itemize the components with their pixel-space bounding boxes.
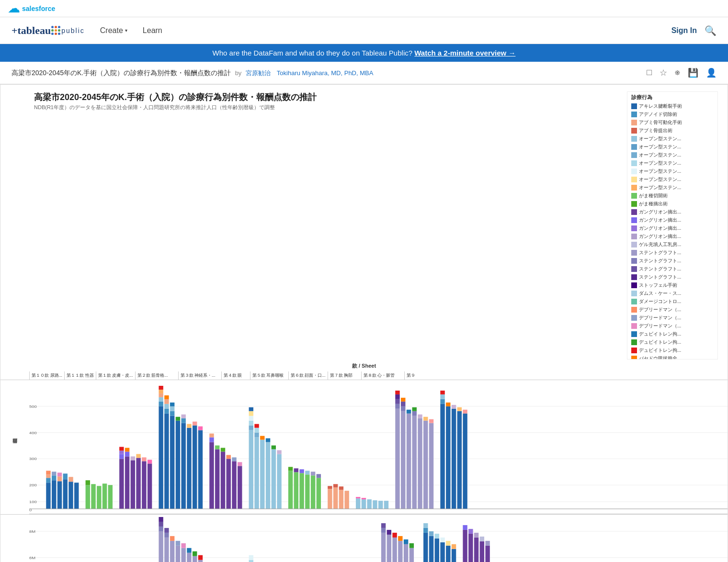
cat-label-6: 第６款 顔面・口... (288, 371, 328, 380)
svg-rect-102 (272, 446, 276, 450)
svg-rect-161 (457, 407, 462, 411)
star-icon[interactable]: ☆ (660, 67, 667, 78)
svg-rect-206 (176, 541, 180, 546)
legend-item: がま種摘出術 (631, 201, 714, 207)
svg-rect-44 (136, 454, 140, 458)
legend-color-swatch (631, 169, 637, 174)
legend-item: デブリードマン（... (631, 306, 714, 313)
signin-button[interactable]: Sign In (671, 26, 697, 35)
svg-rect-281 (463, 525, 467, 530)
legend-item: ステントグラフト... (631, 266, 714, 272)
legend-item: オープン型ステン... (631, 176, 714, 183)
legend-item: オープン型ステン... (631, 144, 714, 150)
share-icon[interactable]: ⎈ (675, 67, 680, 78)
legend-item: オープン型ステン... (631, 135, 714, 142)
legend-color-swatch (631, 152, 637, 158)
svg-rect-126 (373, 500, 377, 509)
svg-rect-270 (423, 523, 428, 528)
svg-rect-267 (440, 542, 444, 562)
legend-item-label: ガングリオン摘出... (639, 209, 681, 215)
legend-item-label: ゲル充填人工乳房... (639, 241, 681, 248)
svg-rect-91 (254, 438, 259, 509)
legend-item: デブリードマン（... (631, 323, 714, 329)
copy-icon[interactable]: □ (647, 67, 652, 78)
svg-rect-148 (418, 415, 422, 418)
cat-label-2: 第２款 筋骨格... (135, 371, 178, 380)
svg-rect-200 (187, 553, 191, 562)
legend-color-swatch (631, 209, 637, 215)
svg-rect-84 (232, 457, 236, 461)
legend-item: がま種切開術 (631, 192, 714, 199)
author-link[interactable]: 宮原勧治 Tokiharu Miyahara, MD, PhD, MBA (246, 69, 374, 77)
svg-rect-284 (480, 537, 484, 541)
svg-rect-98 (249, 407, 253, 411)
svg-rect-21 (68, 477, 73, 482)
cat-label-3: 第３款 神経系・... (178, 371, 221, 380)
svg-rect-72 (198, 427, 203, 430)
svg-rect-155 (452, 409, 456, 509)
svg-rect-162 (463, 410, 467, 414)
legend-item: オープン型ステン... (631, 184, 714, 191)
svg-rect-39 (142, 461, 146, 509)
legend-items: アキレス腱断裂手術アデノイド切除術アブミ骨可動化手術アブミ骨提出術オープン型ステ… (631, 103, 714, 360)
nav-create[interactable]: Create ▾ (100, 26, 127, 35)
legend-item: アデノイド切除術 (631, 111, 714, 118)
svg-rect-33 (119, 454, 124, 459)
svg-rect-269 (452, 549, 456, 562)
svg-rect-111 (294, 468, 298, 472)
legend-title: 診療行為 (631, 94, 714, 101)
legend-item: アブミ骨可動化手術 (631, 119, 714, 126)
tableau-logo[interactable]: +tableau public (11, 24, 85, 37)
legend-item: ストッフェル手術 (631, 282, 714, 289)
svg-rect-259 (392, 533, 397, 538)
svg-rect-40 (148, 463, 152, 509)
legend-color-swatch (631, 112, 637, 117)
svg-rect-27 (86, 480, 90, 485)
svg-rect-65 (159, 386, 163, 390)
svg-rect-209 (193, 551, 197, 556)
legend-item: アキレス腱断裂手術 (631, 103, 714, 110)
svg-rect-75 (215, 449, 219, 509)
legend-item: ガングリオン摘出... (631, 217, 714, 224)
svg-rect-73 (209, 442, 214, 509)
search-icon[interactable]: 🔍 (705, 25, 717, 36)
svg-rect-101 (266, 438, 270, 442)
svg-rect-93 (254, 428, 259, 433)
svg-rect-68 (176, 417, 180, 421)
salesforce-logo[interactable]: ☁ (8, 1, 20, 16)
svg-rect-82 (221, 448, 225, 451)
legend-item: ステントグラフト... (631, 249, 714, 256)
legend-item: ダメージコントロ... (631, 298, 714, 305)
user-icon[interactable]: 👤 (706, 67, 717, 78)
svg-rect-28 (91, 484, 95, 509)
svg-rect-94 (260, 440, 264, 509)
svg-rect-283 (474, 533, 478, 538)
svg-rect-251 (381, 528, 386, 533)
legend-item-label: アデノイド切除術 (639, 111, 677, 118)
svg-rect-88 (249, 421, 253, 426)
svg-rect-228 (249, 555, 253, 560)
svg-rect-151 (440, 404, 444, 509)
legend-color-swatch (631, 144, 637, 150)
svg-rect-198 (176, 546, 180, 562)
cat-label-7: 第７款 胸部 (328, 371, 361, 380)
svg-rect-154 (446, 406, 450, 509)
svg-rect-157 (463, 414, 467, 509)
svg-rect-275 (452, 544, 456, 549)
svg-rect-83 (227, 455, 231, 459)
svg-rect-145 (401, 398, 405, 402)
banner-link[interactable]: Watch a 2-minute overview → (414, 49, 515, 57)
legend-color-swatch (631, 225, 637, 231)
svg-rect-51 (159, 390, 163, 393)
top-chart-svg: 500 400 300 200 100 0 (29, 380, 728, 514)
svg-rect-261 (404, 540, 408, 544)
svg-rect-95 (266, 442, 270, 509)
svg-rect-255 (404, 544, 408, 562)
svg-rect-53 (164, 409, 169, 414)
download-icon[interactable]: 💾 (688, 67, 698, 78)
svg-rect-60 (181, 423, 185, 509)
svg-rect-117 (333, 487, 338, 509)
svg-rect-158 (440, 391, 444, 394)
nav-learn[interactable]: Learn (143, 26, 162, 35)
svg-rect-250 (381, 533, 386, 562)
